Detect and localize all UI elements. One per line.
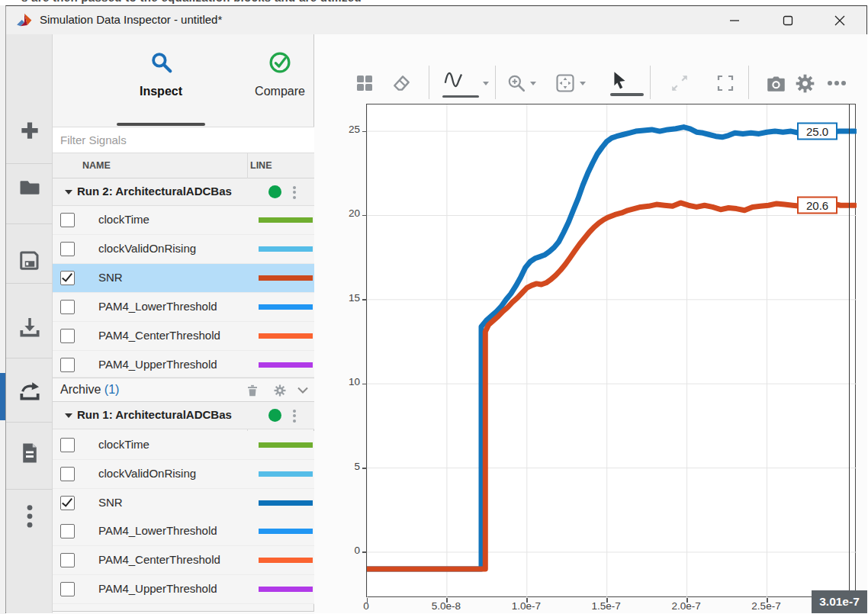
signal-checkbox[interactable] xyxy=(60,582,75,596)
more-plot-options-button[interactable] xyxy=(827,66,847,100)
active-tab-underline xyxy=(117,123,205,126)
settings-button[interactable] xyxy=(795,66,815,100)
signal-row[interactable]: PAM4_CenterThreshold xyxy=(53,546,314,575)
clear-plots-button[interactable] xyxy=(392,66,412,100)
data-value-label-orange[interactable]: 20.6 xyxy=(797,197,837,214)
matlab-logo-icon xyxy=(16,12,33,29)
cursor-time-badge[interactable]: 3.01e-7 xyxy=(812,590,867,613)
toolbar-separator xyxy=(650,66,651,99)
signal-line-swatch xyxy=(259,304,313,310)
export-icon xyxy=(18,378,42,403)
camera-icon xyxy=(766,73,786,94)
dropdown-arrow-icon[interactable] xyxy=(580,82,586,85)
trash-icon[interactable] xyxy=(246,384,259,397)
archive-collapse-chevron-icon[interactable] xyxy=(297,387,308,394)
toolbar-separator xyxy=(6,358,53,358)
maximize-button[interactable] xyxy=(761,6,815,34)
signal-name: clockTime xyxy=(98,438,243,451)
save-button[interactable] xyxy=(6,238,53,282)
y-tick-label: 15 xyxy=(349,292,360,304)
run-group-run2[interactable]: Run 2: ArchitecturalADCBas xyxy=(53,178,314,206)
signal-line-swatch xyxy=(259,442,313,448)
signal-checkbox[interactable] xyxy=(60,524,75,538)
archive-settings-gear-icon[interactable] xyxy=(273,384,287,397)
filter-signals-box xyxy=(53,127,314,153)
signal-checkbox[interactable] xyxy=(60,242,75,256)
y-tick-mark xyxy=(362,131,367,133)
save-icon xyxy=(18,249,41,272)
minimize-button[interactable] xyxy=(708,6,761,34)
inspect-magnifier-icon xyxy=(150,51,173,74)
signal-row[interactable]: clockTime xyxy=(53,206,314,235)
signal-line-swatch xyxy=(259,587,313,592)
signal-line-swatch xyxy=(259,529,313,534)
signal-row[interactable]: PAM4_CenterThreshold xyxy=(53,322,314,351)
export-button[interactable] xyxy=(6,368,53,413)
signal-checkbox[interactable] xyxy=(60,271,75,285)
signal-row[interactable]: clockValidOnRising xyxy=(53,460,314,489)
fullscreen-button[interactable] xyxy=(716,66,735,100)
signal-name: SNR xyxy=(98,271,243,284)
tab-compare[interactable]: Compare xyxy=(234,40,326,101)
minimize-icon xyxy=(729,15,740,26)
run-menu-button[interactable] xyxy=(293,407,296,424)
signal-row[interactable]: SNR xyxy=(53,489,314,518)
more-options-button[interactable] xyxy=(6,495,53,539)
fit-to-view-button[interactable] xyxy=(555,66,586,100)
y-tick-mark xyxy=(362,299,367,301)
new-run-button[interactable] xyxy=(6,108,53,153)
signal-name: clockValidOnRising xyxy=(98,242,243,255)
snapshot-button[interactable] xyxy=(766,66,786,100)
collapse-triangle-icon[interactable] xyxy=(65,190,72,194)
toolbar-separator xyxy=(6,163,53,164)
tab-inspect[interactable]: Inspect xyxy=(115,40,207,101)
signal-checkbox[interactable] xyxy=(60,438,75,452)
run-group-run1[interactable]: Run 1: ArchitecturalADCBas xyxy=(53,402,314,429)
signal-checkbox[interactable] xyxy=(60,467,75,481)
plot-area[interactable]: 25.0 20.6 xyxy=(366,104,856,597)
dropdown-arrow-icon[interactable] xyxy=(483,82,489,85)
dropdown-arrow-icon[interactable] xyxy=(530,82,536,85)
signal-row[interactable]: clockTime xyxy=(53,431,314,460)
signal-checkbox[interactable] xyxy=(60,213,75,227)
signal-line-swatch xyxy=(259,471,313,477)
archive-section-header[interactable]: Archive (1) xyxy=(53,378,314,402)
signal-row[interactable]: clockValidOnRising xyxy=(53,235,314,264)
document-icon xyxy=(18,442,41,465)
run-status-dot xyxy=(268,409,281,422)
visualization-gallery-button[interactable] xyxy=(442,66,489,100)
x-axis-labels: 05.0e-81.0e-71.5e-72.0e-72.5e-7 xyxy=(366,600,856,614)
signal-row[interactable]: PAM4_LowerThreshold xyxy=(53,293,314,322)
properties-section-header[interactable]: Properties xyxy=(53,611,314,614)
active-tool-underline xyxy=(610,93,644,96)
import-button[interactable] xyxy=(6,305,53,349)
signal-row[interactable]: PAM4_UpperThreshold xyxy=(53,575,314,604)
expand-plot-button[interactable] xyxy=(670,66,690,100)
signal-row[interactable]: PAM4_LowerThreshold xyxy=(53,517,314,546)
collapse-triangle-icon[interactable] xyxy=(65,413,72,418)
expand-diagonal-icon xyxy=(670,73,690,93)
time-cursor-line[interactable] xyxy=(849,104,850,598)
close-button[interactable] xyxy=(813,6,866,34)
data-value-label-blue[interactable]: 25.0 xyxy=(797,123,837,140)
settings-gear-icon xyxy=(795,73,815,94)
filter-signals-input[interactable] xyxy=(53,127,314,153)
signal-row[interactable]: PAM4_UpperThreshold xyxy=(53,351,314,378)
open-button[interactable] xyxy=(6,166,53,210)
signal-checkbox[interactable] xyxy=(60,329,75,343)
signal-checkbox[interactable] xyxy=(60,358,75,372)
eraser-icon xyxy=(392,73,412,93)
report-button[interactable] xyxy=(6,431,53,475)
run-menu-button[interactable] xyxy=(293,184,296,201)
signal-checkbox[interactable] xyxy=(60,496,75,510)
zoom-button[interactable] xyxy=(506,66,536,100)
signal-name: clockTime xyxy=(98,213,243,226)
left-toolbar xyxy=(6,34,53,613)
fullscreen-brackets-icon xyxy=(716,74,735,92)
tab-inspect-label: Inspect xyxy=(115,85,207,98)
pointer-tool-button[interactable] xyxy=(610,66,644,100)
signal-checkbox[interactable] xyxy=(60,300,75,314)
signal-row[interactable]: SNR xyxy=(53,264,314,293)
layout-grid-button[interactable] xyxy=(355,66,374,100)
signal-checkbox[interactable] xyxy=(60,553,75,567)
